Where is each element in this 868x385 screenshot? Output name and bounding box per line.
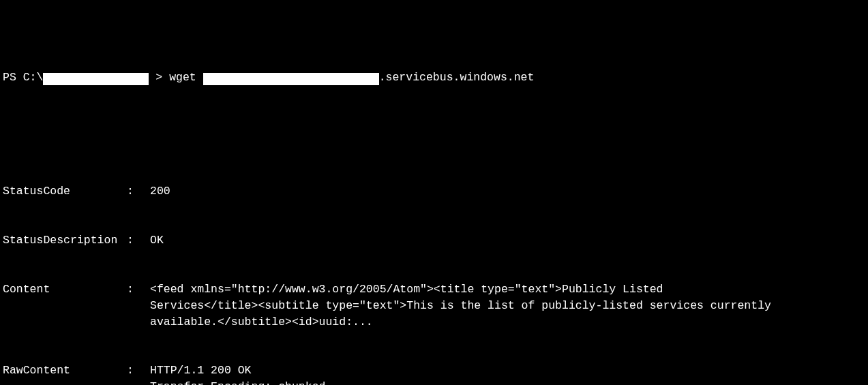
- output-sep: :: [127, 183, 150, 200]
- output-val: OK: [150, 232, 164, 249]
- output-val: <feed xmlns="http://www.w3.org/2005/Atom…: [150, 281, 771, 330]
- output-sep: :: [127, 363, 150, 379]
- output-key: StatusDescription: [3, 232, 127, 249]
- output-sep: :: [127, 281, 150, 298]
- output-key: StatusCode: [3, 183, 127, 200]
- redacted-path: [43, 73, 149, 85]
- output-row-content: Content: <feed xmlns="http://www.w3.org/…: [3, 281, 865, 330]
- host-suffix: .servicebus.windows.net: [379, 70, 535, 86]
- output-val: 200: [150, 183, 170, 200]
- output-block: StatusCode: 200 StatusDescription: OK Co…: [3, 151, 865, 385]
- output-row-rawcontent: RawContent: HTTP/1.1 200 OK Transfer-Enc…: [3, 363, 865, 385]
- output-row-statuscode: StatusCode: 200: [3, 183, 865, 200]
- prompt-arrow: >: [149, 70, 169, 86]
- redacted-host: [203, 73, 379, 85]
- command-text: wget: [169, 70, 203, 86]
- output-sep: :: [127, 232, 150, 249]
- output-val: HTTP/1.1 200 OK Transfer-Encoding: chunk…: [150, 363, 541, 385]
- output-row-statusdescription: StatusDescription: OK: [3, 232, 865, 249]
- prompt-line[interactable]: PS C:\ > wget .servicebus.windows.net: [3, 70, 865, 86]
- output-key: Content: [3, 281, 127, 298]
- output-key: RawContent: [3, 363, 127, 379]
- prompt-prefix: PS C:\: [3, 70, 43, 86]
